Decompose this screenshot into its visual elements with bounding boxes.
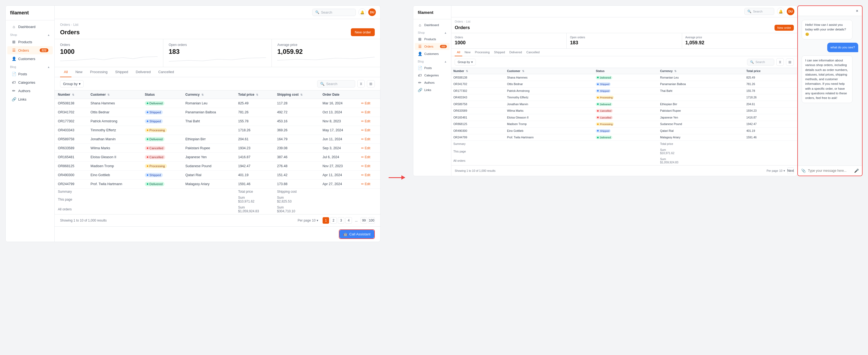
- col-total[interactable]: Total price ⇅: [235, 90, 274, 99]
- right-sidebar-categories[interactable]: 🏷 Categories: [415, 72, 450, 79]
- page-btn-100[interactable]: 100: [368, 217, 375, 224]
- sidebar-section-shop[interactable]: Shop ▲: [6, 31, 54, 37]
- right-tab-cancelled[interactable]: Cancelled: [524, 49, 542, 56]
- order-edit[interactable]: ✏ Edit: [358, 162, 380, 171]
- right-per-page[interactable]: Per page 10 ▾: [767, 169, 785, 172]
- right-this-page-label: This page: [452, 147, 594, 156]
- sidebar-item-orders[interactable]: ☰ Orders 222: [7, 46, 53, 54]
- right-columns-button[interactable]: ⊞: [786, 58, 794, 66]
- right-sidebar-section-blog[interactable]: Blog ▲: [413, 58, 451, 64]
- right-col-status[interactable]: Status: [594, 68, 658, 74]
- call-assistant-button[interactable]: 🤖 Call Assistant: [339, 230, 374, 238]
- avatar[interactable]: DU: [368, 8, 376, 16]
- right-col-customer[interactable]: Customer ⇅: [505, 68, 594, 74]
- order-edit[interactable]: ✏ Edit: [358, 117, 380, 126]
- right-filter-button[interactable]: ⧖: [776, 58, 784, 66]
- right-topbar-search[interactable]: 🔍 Search: [744, 8, 774, 15]
- table-row: OR177302 Patrick Armstrong Shipped Thai …: [452, 88, 797, 94]
- sidebar-item-authors[interactable]: ✏ Authors: [7, 87, 53, 95]
- col-customer[interactable]: Customer ⇅: [87, 90, 142, 99]
- right-sidebar-orders[interactable]: ☰ Orders 222: [415, 43, 450, 50]
- col-number[interactable]: Number ⇅: [55, 90, 87, 99]
- page-btn-3[interactable]: 3: [338, 217, 344, 224]
- tab-new[interactable]: New: [71, 67, 86, 77]
- right-order-number: OR244799: [452, 134, 505, 141]
- right-col-currency[interactable]: Currency ⇅: [658, 68, 744, 74]
- right-sidebar-products[interactable]: ⊞ Products: [415, 36, 450, 43]
- right-customers-icon: 👤: [418, 52, 422, 56]
- topbar-search[interactable]: 🔍 Search: [312, 9, 356, 16]
- right-col-number[interactable]: Number ⇅: [452, 68, 505, 74]
- order-edit[interactable]: ✏ Edit: [358, 135, 380, 144]
- group-by-button[interactable]: Group by ▾: [60, 80, 84, 88]
- right-new-order-button[interactable]: New order: [775, 25, 794, 31]
- sidebar-item-links[interactable]: 🔗 Links: [7, 95, 53, 103]
- right-notification-btn[interactable]: 🔔: [777, 8, 784, 15]
- right-sidebar-section-shop[interactable]: Shop ▲: [413, 29, 451, 35]
- stat-avg-price-value: 1,059.92: [277, 48, 375, 55]
- order-edit[interactable]: ✏ Edit: [358, 126, 380, 135]
- attachment-icon[interactable]: 📎: [801, 169, 806, 173]
- order-number: OR244799: [55, 180, 87, 189]
- chevron-up-icon: ▲: [47, 33, 50, 36]
- chat-input[interactable]: [808, 169, 852, 173]
- right-tab-processing[interactable]: Processing: [473, 49, 492, 56]
- right-sidebar-dashboard[interactable]: ⌂ Dashboard: [415, 22, 450, 29]
- chevron-down-icon-perpage: ▾: [317, 218, 318, 223]
- order-number: OR589758: [55, 135, 87, 144]
- right-sidebar-posts[interactable]: 📄 Posts: [415, 64, 450, 71]
- sidebar-item-categories[interactable]: 🏷 Categories: [7, 78, 53, 86]
- sidebar-item-posts[interactable]: 📄 Posts: [7, 70, 53, 78]
- filter-button[interactable]: ⧖: [358, 80, 365, 88]
- right-table-search[interactable]: 🔍 Search: [747, 59, 774, 65]
- send-icon[interactable]: 🎤: [854, 169, 859, 173]
- tab-processing[interactable]: Processing: [86, 67, 111, 77]
- order-edit[interactable]: ✏ Edit: [358, 144, 380, 153]
- page-title-row: Orders New order: [60, 28, 375, 36]
- sidebar-item-customers[interactable]: 👤 Customers: [7, 55, 53, 63]
- sidebar-section-blog[interactable]: Blog ▲: [6, 63, 54, 69]
- col-shipping[interactable]: Shipping cost ⇅: [274, 90, 319, 99]
- right-sidebar-authors[interactable]: ✏ Authors: [415, 79, 450, 86]
- right-tab-shipped[interactable]: Shipped: [492, 49, 507, 56]
- table-search[interactable]: 🔍 Search: [317, 80, 355, 88]
- right-sidebar-customers[interactable]: 👤 Customers: [415, 50, 450, 57]
- tab-shipped[interactable]: Shipped: [112, 67, 132, 77]
- new-order-button[interactable]: New order: [351, 28, 375, 36]
- customers-icon: 👤: [12, 57, 16, 61]
- page-btn-4[interactable]: 4: [345, 217, 352, 224]
- notification-btn[interactable]: 🔔: [359, 8, 366, 16]
- columns-button[interactable]: ⊞: [367, 80, 375, 88]
- page-btn-99[interactable]: 99: [361, 217, 367, 224]
- right-tab-all[interactable]: All: [455, 49, 462, 56]
- right-avatar[interactable]: DU: [787, 8, 794, 15]
- col-status[interactable]: Status: [142, 90, 182, 99]
- order-edit[interactable]: ✏ Edit: [358, 99, 380, 108]
- page-btn-2[interactable]: 2: [330, 217, 337, 224]
- right-tab-delivered[interactable]: Delivered: [507, 49, 524, 56]
- order-customer: Madisen Tromp: [87, 162, 142, 171]
- tab-all[interactable]: All: [60, 67, 71, 77]
- right-order-number: OR508138: [452, 74, 505, 81]
- sidebar-item-products[interactable]: ⊞ Products: [7, 38, 53, 46]
- page-btn-1[interactable]: 1: [322, 217, 329, 224]
- right-sidebar-links[interactable]: 🔗 Links: [415, 86, 450, 93]
- right-col-total[interactable]: Total price: [744, 68, 797, 74]
- right-tab-new[interactable]: New: [462, 49, 473, 56]
- chat-close-button[interactable]: ×: [856, 9, 858, 13]
- order-edit[interactable]: ✏ Edit: [358, 171, 380, 180]
- sidebar-item-dashboard[interactable]: ⌂ Dashboard: [7, 23, 53, 31]
- tab-cancelled[interactable]: Cancelled: [154, 67, 178, 77]
- order-edit[interactable]: ✏ Edit: [358, 180, 380, 189]
- order-edit[interactable]: ✏ Edit: [358, 153, 380, 162]
- order-edit[interactable]: ✏ Edit: [358, 108, 380, 117]
- per-page-select[interactable]: Per page 10 ▾: [298, 218, 318, 223]
- col-date[interactable]: Order Date: [319, 90, 358, 99]
- this-page-shipping: Sum$2,825.53: [274, 195, 319, 204]
- right-order-number: OR490300: [452, 127, 505, 134]
- col-currency[interactable]: Currency ⇅: [182, 90, 235, 99]
- table-row: OR868125 Madisen Tromp Processing Sudane…: [452, 121, 797, 127]
- right-group-by-button[interactable]: Group by ▾: [455, 59, 476, 65]
- tab-delivered[interactable]: Delivered: [132, 67, 155, 77]
- right-page-next[interactable]: Next: [787, 168, 794, 174]
